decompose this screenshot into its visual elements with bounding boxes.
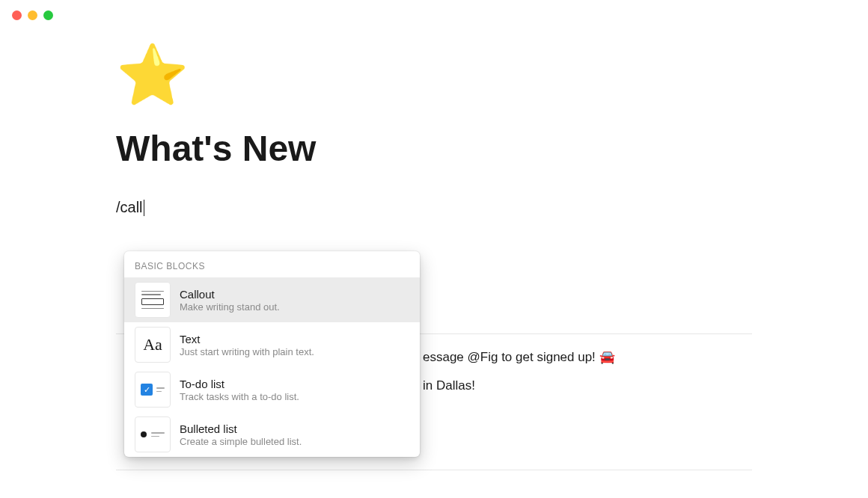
window-controls [0, 0, 868, 31]
menu-section-header: BASIC BLOCKS [124, 251, 420, 277]
menu-item-text[interactable]: Aa Text Just start writing with plain te… [124, 322, 420, 367]
callout-icon [135, 282, 171, 318]
menu-item-title: To-do list [180, 378, 299, 390]
text-icon: Aa [135, 327, 171, 363]
menu-item-todo[interactable]: ✓ To-do list Track tasks with a to-do li… [124, 367, 420, 412]
page-icon[interactable]: ⭐ [116, 46, 752, 104]
todo-icon: ✓ [135, 372, 171, 408]
page-title[interactable]: What's New [116, 128, 752, 169]
window-close-button[interactable] [12, 10, 22, 20]
menu-item-description: Create a simple bulleted list. [180, 436, 302, 447]
text-cursor [144, 200, 145, 216]
menu-item-callout[interactable]: Callout Make writing stand out. [124, 277, 420, 322]
divider [116, 470, 752, 470]
window-maximize-button[interactable] [43, 10, 53, 20]
menu-item-description: Just start writing with plain text. [180, 346, 314, 357]
menu-item-title: Callout [180, 288, 280, 301]
menu-item-title: Text [180, 333, 314, 345]
window-minimize-button[interactable] [28, 10, 37, 20]
menu-item-description: Make writing stand out. [180, 301, 280, 313]
slash-command-input[interactable]: /call [116, 199, 752, 216]
page-content: ⭐ What's New /call [0, 31, 868, 216]
block-type-menu: BASIC BLOCKS Callout Make writing stand … [124, 251, 420, 457]
menu-item-description: Track tasks with a to-do list. [180, 391, 299, 402]
slash-command-text: /call [116, 199, 143, 216]
menu-item-bulleted-list[interactable]: Bulleted list Create a simple bulleted l… [124, 412, 420, 457]
bullet-icon [135, 416, 171, 452]
menu-item-title: Bulleted list [180, 422, 302, 435]
